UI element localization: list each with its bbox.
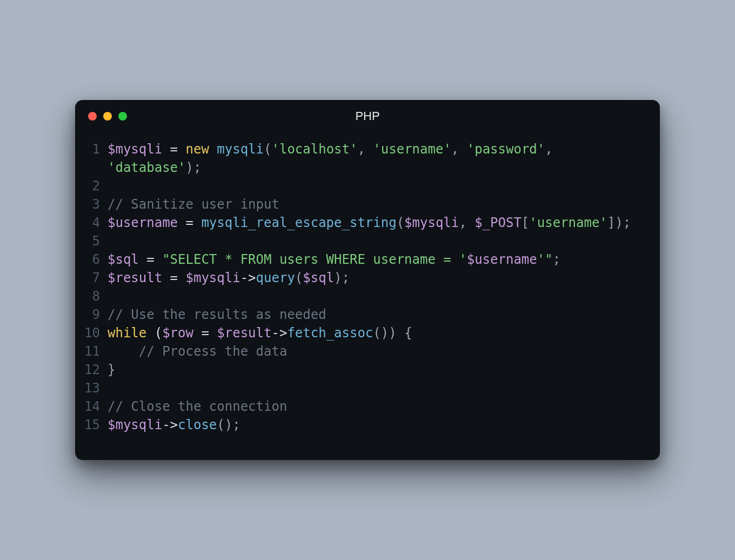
minimize-icon[interactable] [103,112,112,121]
token: = [193,325,217,341]
code-line: 15$mysqli->close(); [84,416,645,434]
token: mysqli_real_escape_string [201,215,396,230]
code-line: 9// Use the results as needed [84,305,645,324]
token: while [108,325,146,341]
token: $username [108,215,178,230]
token: ( [397,215,404,230]
token: ( [146,325,162,341]
token: 'localhost' [271,142,357,157]
token: $mysqli [108,142,162,157]
titlebar: PHP [75,100,660,132]
code-content: while ($row = $result->fetch_assoc()) { [108,324,645,342]
line-number: 13 [84,379,108,397]
token: $sql [108,252,139,267]
code-content: // Process the data [108,342,645,361]
token: } [108,362,115,377]
code-line: 7$result = $mysqli->query($sql); [84,269,645,287]
code-editor[interactable]: 1$mysqli = new mysqli('localhost', 'user… [75,132,660,460]
line-number: 8 [84,287,108,305]
token: // Close the connection [108,399,287,414]
code-content: // Close the connection [108,397,645,416]
token: query [256,270,295,285]
token: = [162,142,185,157]
line-number: 7 [84,269,108,287]
token: , [357,142,373,157]
token: 'database' [108,160,186,175]
code-window: PHP 1$mysqli = new mysqli('localhost', '… [75,100,660,460]
code-content: $result = $mysqli->query($sql); [108,269,645,287]
token: $mysqli [186,270,240,285]
code-line: 6$sql = "SELECT * FROM users WHERE usern… [84,250,645,269]
token: $sql [303,270,334,285]
token: mysqli [217,142,264,157]
token: ; [553,252,560,267]
code-content [108,379,645,397]
token: -> [162,417,178,432]
code-line: 8 [84,287,645,305]
code-content [108,232,645,250]
code-line: 4$username = mysqli_real_escape_string($… [84,214,645,232]
token: $username [467,252,537,267]
token: ()) { [373,325,412,341]
line-number: 9 [84,305,108,324]
code-content: // Sanitize user input [108,195,645,214]
token: , [459,215,475,230]
code-line: 12} [84,361,645,379]
token: // Sanitize user input [108,197,279,212]
code-line: 5 [84,232,645,250]
token: = [178,215,201,230]
code-content [108,177,645,195]
token: $result [217,325,271,341]
token: close [178,417,217,432]
token: // Use the results as needed [108,307,326,322]
line-number: 15 [84,416,108,434]
code-content: // Use the results as needed [108,305,645,324]
token: // Process the data [139,344,288,359]
token: , [545,142,560,157]
line-number: 12 [84,361,108,379]
code-line: 10while ($row = $result->fetch_assoc()) … [84,324,645,342]
code-line: 11 // Process the data [84,342,645,361]
line-number: 4 [84,214,108,232]
token: ); [334,270,350,285]
line-number: 14 [84,397,108,416]
token: $_POST [475,215,522,230]
code-content: $mysqli = new mysqli('localhost', 'usern… [108,140,645,177]
code-line: 14// Close the connection [84,397,645,416]
token: ( [295,270,303,285]
code-content: $mysqli->close(); [108,416,645,434]
line-number: 5 [84,232,108,250]
token: $result [108,270,162,285]
token: $mysqli [108,417,162,432]
token: , [451,142,467,157]
code-content [108,287,645,305]
token: = [162,270,185,285]
line-number: 10 [84,324,108,342]
token: $mysqli [404,215,459,230]
line-number: 11 [84,342,108,361]
token: 'password' [467,142,545,157]
code-line: 13 [84,379,645,397]
line-number: 3 [84,195,108,214]
token: "SELECT * FROM users WHERE username = ' [162,252,467,267]
window-title: PHP [75,109,660,123]
line-number: 2 [84,177,108,195]
traffic-lights [88,112,127,121]
token: fetch_assoc [287,325,373,341]
token [209,142,217,157]
code-content: $sql = "SELECT * FROM users WHERE userna… [108,250,645,269]
line-number: 6 [84,250,108,269]
token: (); [217,417,240,432]
maximize-icon[interactable] [118,112,127,121]
token: -> [240,270,256,285]
code-content: } [108,361,645,379]
close-icon[interactable] [88,112,97,121]
token: '" [537,252,553,267]
token: = [139,252,162,267]
token: ( [264,142,271,157]
token: ]); [607,215,631,230]
token: 'username' [529,215,607,230]
line-number: 1 [84,140,108,158]
code-content: $username = mysqli_real_escape_string($m… [108,214,645,232]
code-line: 3// Sanitize user input [84,195,645,214]
